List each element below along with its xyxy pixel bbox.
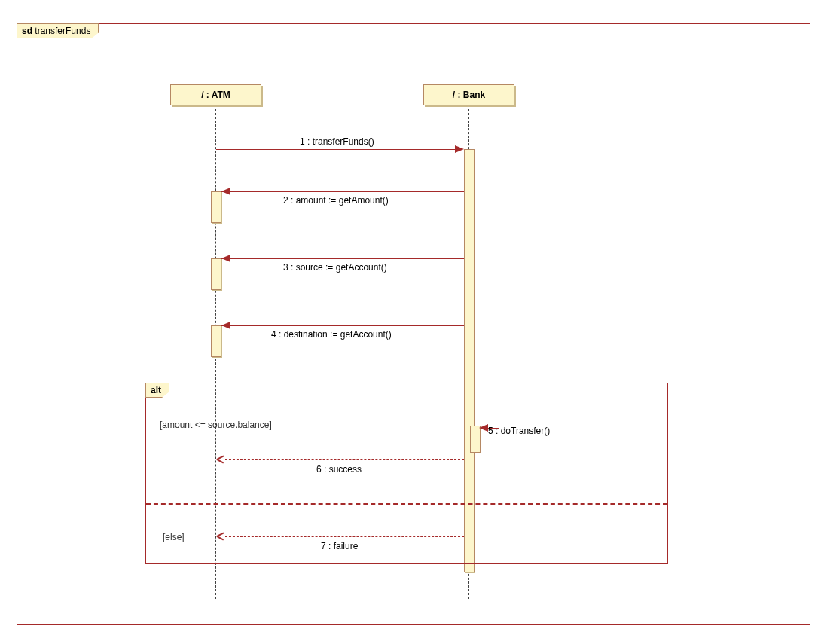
lifeline-head-atm: / : ATM: [170, 84, 261, 105]
msg-5-line-v: [499, 407, 499, 428]
alt-divider: [146, 503, 667, 505]
activation-atm-4: [211, 325, 221, 357]
alt-label-text: alt: [151, 385, 161, 395]
msg-7-line: [225, 536, 464, 537]
msg-7-label: 7 : failure: [321, 541, 358, 551]
msg-3-label: 3 : source := getAccount(): [283, 262, 387, 273]
msg-3-arrowhead: [221, 255, 230, 262]
lifeline-head-bank: / : Bank: [423, 84, 514, 105]
msg-5-label: 5 : doTransfer(): [488, 426, 550, 436]
msg-2-line: [221, 191, 464, 192]
lifeline-atm-label: / : ATM: [201, 90, 230, 100]
msg-4-label: 4 : destination := getAccount(): [271, 329, 392, 340]
activation-atm-3: [211, 258, 221, 290]
msg-6-label: 6 : success: [316, 464, 362, 475]
msg-2-label: 2 : amount := getAmount(): [283, 195, 389, 206]
alt-guard-2: [else]: [163, 532, 185, 542]
msg-5-line-h1: [475, 407, 499, 407]
sd-prefix: sd: [22, 26, 32, 36]
msg-1-label: 1 : transferFunds(): [300, 136, 374, 147]
alt-guard-1: [amount <= source.balance]: [160, 420, 272, 430]
alt-frame-label: alt: [145, 383, 169, 398]
msg-4-arrowhead: [221, 322, 230, 329]
msg-3-line: [221, 258, 464, 259]
msg-2-arrowhead: [221, 188, 230, 195]
lifeline-bank-label: / : Bank: [453, 90, 485, 100]
sd-name: transferFunds: [35, 26, 90, 36]
msg-1-arrowhead: [455, 145, 464, 153]
sd-frame-label: sd transferFunds: [17, 23, 99, 38]
activation-atm-2: [211, 191, 221, 223]
msg-1-line: [216, 149, 456, 150]
sequence-diagram-canvas: sd transferFunds / : ATM / : Bank 1 : tr…: [0, 0, 824, 644]
msg-6-line: [225, 459, 464, 460]
msg-5-arrowhead: [479, 424, 488, 432]
msg-4-line: [221, 325, 464, 326]
